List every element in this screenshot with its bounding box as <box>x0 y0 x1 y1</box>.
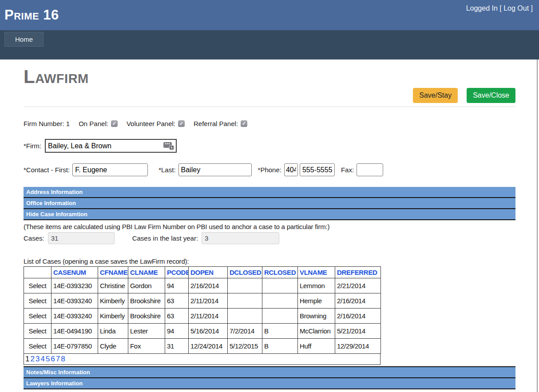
password-manager-badge: S <box>169 145 174 150</box>
firm-row: *Firm: ••• S <box>24 139 515 153</box>
pbi-calculation-note: (These items are calculated using PBI La… <box>24 223 515 230</box>
table-cell <box>228 293 262 309</box>
referral-panel-checkbox[interactable]: ✓ <box>241 120 247 127</box>
table-cell: Brookshire <box>128 293 165 309</box>
select-link[interactable]: Select <box>24 293 52 309</box>
column-header-clname[interactable]: CLNAME <box>128 267 165 278</box>
table-cell: Kimberly <box>98 309 128 324</box>
section-office-information[interactable]: Office Information <box>24 198 515 209</box>
cases-last-year-label: Cases in the last year: <box>132 234 198 242</box>
action-button-row: Save/Stay Save/Close <box>24 88 515 103</box>
table-cell: 14E-0393240 <box>52 293 98 309</box>
table-cell: 14E-0393240 <box>52 309 98 324</box>
phone-number-input[interactable] <box>300 163 335 176</box>
app-brand: Prime 16 <box>4 7 59 23</box>
page: Prime 16 Logged In [ Log Out ] Home Lawf… <box>0 0 539 392</box>
table-cell: Christine <box>98 278 128 293</box>
cases-table: CASENUMCFNAMECLNAMEPCODEDOPENDCLOSEDRCLO… <box>24 266 381 354</box>
table-cell: 2/16/2014 <box>189 278 228 293</box>
pagination-page-link[interactable]: 3 <box>36 355 40 364</box>
pagination-page-link[interactable]: 6 <box>51 355 55 364</box>
table-cell <box>262 278 298 293</box>
section-bars-bottom: Notes/Misc Information Lawyers Informati… <box>24 366 515 389</box>
table-cell: Linda <box>98 324 128 339</box>
phone-label: *Phone: <box>258 166 281 174</box>
table-cell: 5/21/2014 <box>335 324 381 339</box>
table-row: Select14E-0393240KimberlyBrookshire632/1… <box>24 293 381 309</box>
pagination-page-link[interactable]: 8 <box>61 355 65 364</box>
cases-label: Cases: <box>24 234 44 242</box>
referral-panel-label: Referral Panel: <box>194 120 238 127</box>
pagination-page-link[interactable]: 7 <box>56 355 60 364</box>
column-header-dclosed[interactable]: DCLOSED <box>228 267 262 278</box>
table-cell: B <box>262 339 298 354</box>
column-header-pcode[interactable]: PCODE <box>165 267 189 278</box>
firm-label: *Firm: <box>24 142 41 150</box>
table-cell: 63 <box>165 309 189 324</box>
firm-number-row: Firm Number: 1 On Panel: ✓ Volunteer Pan… <box>24 120 515 127</box>
nav-bar: Home <box>0 30 539 59</box>
table-cell: 2/11/2014 <box>189 293 228 309</box>
save-stay-button[interactable]: Save/Stay <box>413 88 458 103</box>
nav-tab-home[interactable]: Home <box>4 32 44 47</box>
on-panel-label: On Panel: <box>79 120 108 127</box>
section-notes-misc-information[interactable]: Notes/Misc Information <box>24 366 515 378</box>
volunteer-panel-checkbox[interactable]: ✓ <box>178 120 185 127</box>
fax-label: Fax: <box>341 166 354 174</box>
fax-input[interactable] <box>357 163 383 176</box>
pagination-page-link[interactable]: 4 <box>40 355 44 364</box>
list-of-cases-label: List of Cases (opening a case saves the … <box>24 257 515 265</box>
table-cell: 2/11/2014 <box>189 309 228 324</box>
table-cell <box>228 309 262 324</box>
table-cell: 14E-0494190 <box>52 324 98 339</box>
column-header-casenum[interactable]: CASENUM <box>52 267 98 278</box>
column-header-rclosed[interactable]: RCLOSED <box>262 267 298 278</box>
section-bars-top: Address Information Office Information H… <box>24 187 515 220</box>
select-link[interactable]: Select <box>24 339 52 354</box>
password-manager-icon[interactable]: ••• S <box>163 142 174 150</box>
table-cell: Kimberly <box>98 293 128 309</box>
save-close-button[interactable]: Save/Close <box>467 88 515 103</box>
column-header-vlname[interactable]: VLNAME <box>298 267 335 278</box>
table-cell: Hemple <box>298 293 335 309</box>
section-lawyers-information[interactable]: Lawyers Information <box>24 378 515 389</box>
session-status-logout-link[interactable]: Logged In [ Log Out ] <box>466 4 533 12</box>
pagination-page-link[interactable]: 2 <box>30 355 34 364</box>
contact-last-label: *Last: <box>159 166 175 174</box>
column-header-dreferred[interactable]: DREFERRED <box>335 267 381 278</box>
table-cell: 2/16/2014 <box>335 309 381 324</box>
section-hide-case-information[interactable]: Hide Case Inforamtion <box>24 209 515 220</box>
firm-number-label: Firm Number: <box>24 120 64 127</box>
table-cell: B <box>262 324 298 339</box>
table-cell <box>228 278 262 293</box>
table-cell: 7/2/2014 <box>228 324 262 339</box>
table-cell: 63 <box>165 293 189 309</box>
select-link[interactable]: Select <box>24 278 52 293</box>
table-cell <box>262 293 298 309</box>
pagination: 1 2345678 <box>24 354 380 365</box>
select-link[interactable]: Select <box>24 309 52 324</box>
table-cell: 2/21/2014 <box>335 278 381 293</box>
phone-area-input[interactable] <box>284 163 298 176</box>
column-header-cfname[interactable]: CFNAME <box>98 267 128 278</box>
column-header-dopen[interactable]: DOPEN <box>189 267 228 278</box>
pagination-page-link[interactable]: 5 <box>46 355 50 364</box>
app-header: Prime 16 Logged In [ Log Out ] <box>0 0 539 30</box>
contact-last-input[interactable] <box>178 163 252 176</box>
table-cell: Lester <box>128 324 165 339</box>
table-cell: 94 <box>165 324 189 339</box>
table-cell: 12/29/2014 <box>335 339 381 354</box>
table-row: Select14E-0393230ChristineGordon942/16/2… <box>24 278 381 293</box>
firm-input[interactable] <box>46 142 163 150</box>
contact-first-input[interactable] <box>72 163 148 176</box>
on-panel-checkbox[interactable]: ✓ <box>111 120 118 127</box>
select-link[interactable]: Select <box>24 324 52 339</box>
cases-table-body: Select14E-0393230ChristineGordon942/16/2… <box>24 278 381 354</box>
table-cell: Lemmon <box>298 278 335 293</box>
page-title: Lawfirm <box>24 67 515 87</box>
volunteer-panel-group: Volunteer Panel: ✓ <box>127 120 185 127</box>
table-cell: 94 <box>165 278 189 293</box>
table-cell: 5/12/2015 <box>228 339 262 354</box>
section-address-information[interactable]: Address Information <box>24 187 515 198</box>
table-cell: Gordon <box>128 278 165 293</box>
